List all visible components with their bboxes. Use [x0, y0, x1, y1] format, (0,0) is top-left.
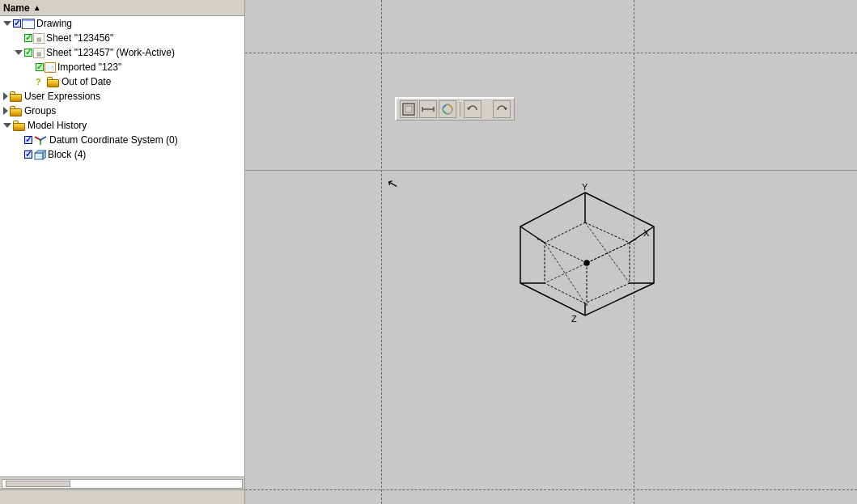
svg-rect-4: [35, 153, 43, 159]
check-sheet-123456: [24, 34, 32, 42]
h-scrollbar-track[interactable]: [2, 479, 243, 489]
solid-h-divider: [245, 170, 857, 171]
3d-cube-svg: X Y Z: [504, 178, 715, 372]
check-datum-blue: [24, 136, 32, 144]
canvas-toolbar: [395, 97, 515, 121]
tree-header: Name ▲: [0, 0, 244, 16]
svg-point-14: [443, 104, 452, 114]
user-expressions-label: User Expressions: [24, 91, 100, 102]
out-of-date-label: Out of Date: [62, 76, 111, 87]
expand-sheet-123457-icon[interactable]: [15, 50, 23, 55]
question-icon: ?: [36, 77, 45, 87]
check-block-blue: [24, 150, 32, 159]
model-history-label: Model History: [28, 120, 87, 131]
svg-rect-8: [405, 106, 412, 112]
drawing-file-icon: [22, 19, 35, 29]
toolbar-select-btn[interactable]: [400, 100, 418, 118]
tree-item-imported-123[interactable]: 📄 Imported "123": [0, 60, 244, 74]
svg-line-25: [585, 222, 630, 283]
toolbar-measure-btn[interactable]: [419, 100, 437, 118]
tree-name-column: Name: [3, 2, 30, 14]
sheet-boundary-left: [381, 0, 382, 504]
3d-cube-container: X Y Z: [504, 178, 715, 375]
sheet-123457-icon: ▦: [33, 48, 45, 58]
measure-icon: [421, 102, 435, 116]
imported-icon: 📄: [45, 62, 56, 73]
canvas-panel: ↖: [245, 0, 857, 504]
check-sheet-123457: [24, 49, 32, 57]
toolbar-undo-btn[interactable]: [464, 100, 482, 118]
tree-item-sheet-123457[interactable]: ▦ Sheet "123457" (Work-Active): [0, 45, 244, 60]
sheet-123456-label: Sheet "123456": [46, 32, 113, 44]
groups-label: Groups: [24, 105, 56, 116]
groups-folder-icon: [10, 106, 23, 116]
check-imported-123: [36, 63, 44, 71]
axis-y-label: Y: [582, 182, 588, 192]
toolbar-color-btn[interactable]: [439, 100, 456, 118]
tree-item-out-of-date[interactable]: ? Out of Date: [0, 74, 244, 89]
tree-content[interactable]: Drawing ▦ Sheet "123456" ▦ Sheet "123457…: [0, 16, 244, 476]
svg-point-3: [40, 139, 42, 142]
expand-user-expressions-icon[interactable]: [3, 92, 8, 100]
tree-item-sheet-123456[interactable]: ▦ Sheet "123456": [0, 31, 244, 45]
select-icon: [401, 102, 416, 116]
tree-bottom-bar: [0, 489, 244, 504]
tree-panel: Name ▲ Drawing ▦ Sheet "123456": [0, 0, 245, 504]
drawing-label: Drawing: [36, 18, 72, 29]
svg-rect-7: [403, 104, 414, 115]
tree-item-user-expressions[interactable]: User Expressions: [0, 89, 244, 104]
user-expressions-folder-icon: [10, 91, 23, 102]
redo-icon: [494, 102, 509, 116]
out-of-date-folder-icon: [47, 77, 60, 87]
toolbar-redo-btn[interactable]: [493, 100, 511, 118]
expand-drawing-icon[interactable]: [3, 21, 11, 26]
svg-line-27: [545, 243, 585, 303]
sheet-123456-icon: ▦: [33, 33, 45, 44]
cursor: ↖: [385, 176, 399, 193]
sheet-boundary-top: [245, 53, 857, 53]
expand-groups-icon[interactable]: [3, 107, 8, 115]
axis-x-label: X: [643, 228, 650, 238]
tree-sort-arrow: ▲: [33, 3, 41, 12]
tree-item-drawing[interactable]: Drawing: [0, 16, 244, 31]
sheet-123457-label: Sheet "123457" (Work-Active): [46, 47, 175, 58]
h-scrollbar-thumb[interactable]: [6, 481, 70, 487]
color-icon: [440, 102, 455, 116]
check-drawing: [13, 19, 21, 28]
datum-coord-icon: [33, 134, 48, 146]
imported-123-label: Imported "123": [57, 61, 121, 73]
main-container: Name ▲ Drawing ▦ Sheet "123456": [0, 0, 857, 504]
model-history-folder-icon: [13, 121, 26, 131]
tree-item-datum-coord[interactable]: Datum Coordinate System (0): [0, 133, 244, 147]
block-4-label: Block (4): [48, 149, 86, 160]
block-icon: [33, 149, 46, 160]
tree-item-model-history[interactable]: Model History: [0, 118, 244, 133]
tree-item-groups[interactable]: Groups: [0, 104, 244, 118]
datum-coord-label: Datum Coordinate System (0): [49, 134, 178, 146]
expand-model-history-icon[interactable]: [3, 123, 11, 128]
undo-icon: [465, 102, 480, 116]
sheet-boundary-bottom: [245, 489, 857, 490]
svg-line-20: [630, 227, 654, 243]
toolbar-sep-1: [460, 102, 460, 116]
svg-line-24: [520, 227, 545, 243]
tree-h-scrollbar[interactable]: [0, 476, 244, 489]
tree-item-block-4[interactable]: Block (4): [0, 147, 244, 162]
axis-z-label: Z: [571, 314, 577, 324]
